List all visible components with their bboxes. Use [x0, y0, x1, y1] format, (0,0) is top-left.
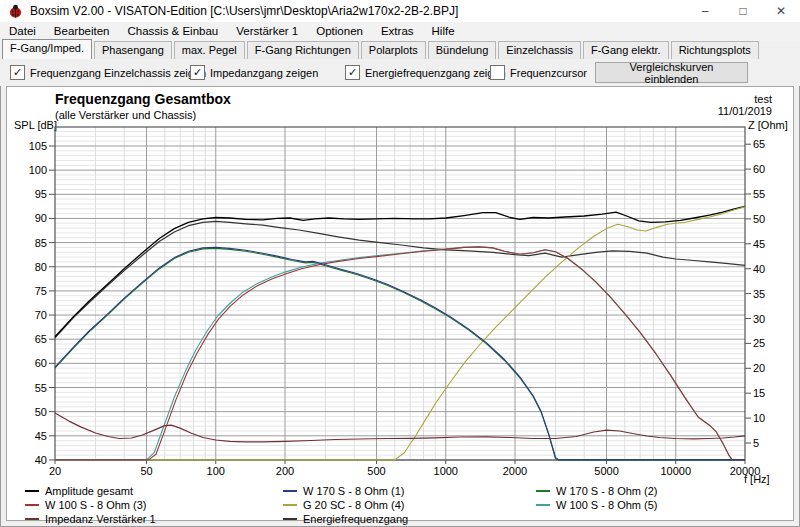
tab-fgang-imped[interactable]: F-Gang/Imped.: [2, 39, 92, 59]
checkbox-impedanzgang[interactable]: ✓ Impedanzgang zeigen: [190, 65, 318, 80]
menu-hilfe[interactable]: Hilfe: [423, 22, 464, 41]
checkbox-frequenzcursor[interactable]: Frequenzcursor: [490, 65, 587, 80]
minimize-button[interactable]: –: [686, 0, 724, 22]
window-title: Boxsim V2.00 - VISATON-Edition [C:\Users…: [30, 4, 458, 18]
chart-info-date: 11/01/2019: [718, 105, 772, 117]
legend-swatch: [25, 490, 39, 492]
boxsim-app-icon: [8, 4, 23, 19]
tab-max-pegel[interactable]: max. Pegel: [174, 41, 245, 59]
chart-title: Frequenzgang Gesamtbox: [55, 91, 231, 107]
checkbox-icon[interactable]: ✓: [10, 65, 25, 80]
chart-info-name: test: [754, 93, 772, 105]
checkbox-einzelchassis[interactable]: ✓ Frequenzgang Einzelchassis zeigen: [10, 65, 206, 80]
legend-swatch: [283, 518, 297, 520]
legend-item: W 100 S - 8 Ohm (3): [25, 498, 146, 511]
title-bar: Boxsim V2.00 - VISATON-Edition [C:\Users…: [0, 0, 800, 23]
x-axis-label: f [Hz]: [744, 473, 770, 485]
legend-item: Impedanz Verstärker 1: [25, 512, 156, 525]
legend-swatch: [283, 504, 297, 506]
boxsim-window: { "window": { "title": "Boxsim V2.00 - V…: [0, 0, 800, 527]
checkbox-icon[interactable]: ✓: [190, 65, 205, 80]
legend-swatch: [25, 518, 39, 520]
checkbox-energiefrequenzgang[interactable]: ✓ Energiefrequenzgang zeigen: [345, 65, 506, 80]
y-axis-right-label: Z [Ohm]: [748, 119, 788, 131]
legend-item: W 170 S - 8 Ohm (1): [283, 484, 404, 497]
menu-optionen[interactable]: Optionen: [307, 22, 372, 41]
y-axis-left-label: SPL [dB]: [14, 119, 57, 131]
chart-subtitle: (alle Verstärker und Chassis): [55, 109, 196, 121]
legend-swatch: [25, 504, 39, 506]
legend-item: W 170 S - 8 Ohm (2): [536, 484, 657, 497]
close-button[interactable]: ✕: [762, 0, 800, 22]
menu-extras[interactable]: Extras: [372, 22, 423, 41]
tab-buendelung[interactable]: Bündelung: [428, 41, 497, 59]
tab-fgang-elektr[interactable]: F-Gang elektr.: [583, 41, 669, 59]
legend-item: Amplitude gesamt: [25, 484, 133, 497]
option-toolbar: ✓ Frequenzgang Einzelchassis zeigen ✓ Im…: [0, 59, 800, 86]
menu-verstaerker-1[interactable]: Verstärker 1: [227, 22, 307, 41]
tab-einzelchassis[interactable]: Einzelchassis: [498, 41, 581, 59]
tab-bar: F-Gang/Imped. Phasengang max. Pegel F-Ga…: [0, 41, 800, 60]
menu-chassis-einbau[interactable]: Chassis & Einbau: [118, 22, 227, 41]
legend-item: Energiefrequenzgang: [283, 512, 408, 525]
tab-polarplots[interactable]: Polarplots: [361, 41, 426, 59]
tab-fgang-richtungen[interactable]: F-Gang Richtungen: [247, 41, 359, 59]
legend-item: W 100 S - 8 Ohm (5): [536, 498, 657, 511]
chart-panel: [6, 86, 794, 521]
checkbox-icon[interactable]: ✓: [345, 65, 360, 80]
vergleichskurven-button[interactable]: Vergleichskurven einblenden: [595, 62, 748, 83]
legend-item: G 20 SC - 8 Ohm (4): [283, 498, 404, 511]
menu-bar: Datei Bearbeiten Chassis & Einbau Verstä…: [0, 22, 800, 41]
tab-phasengang[interactable]: Phasengang: [94, 41, 172, 59]
legend-swatch: [536, 504, 550, 506]
tab-richtungsplots[interactable]: Richtungsplots: [671, 41, 759, 59]
legend-swatch: [536, 490, 550, 492]
checkbox-icon[interactable]: [490, 65, 505, 80]
maximize-button[interactable]: □: [724, 0, 762, 22]
legend-swatch: [283, 490, 297, 492]
